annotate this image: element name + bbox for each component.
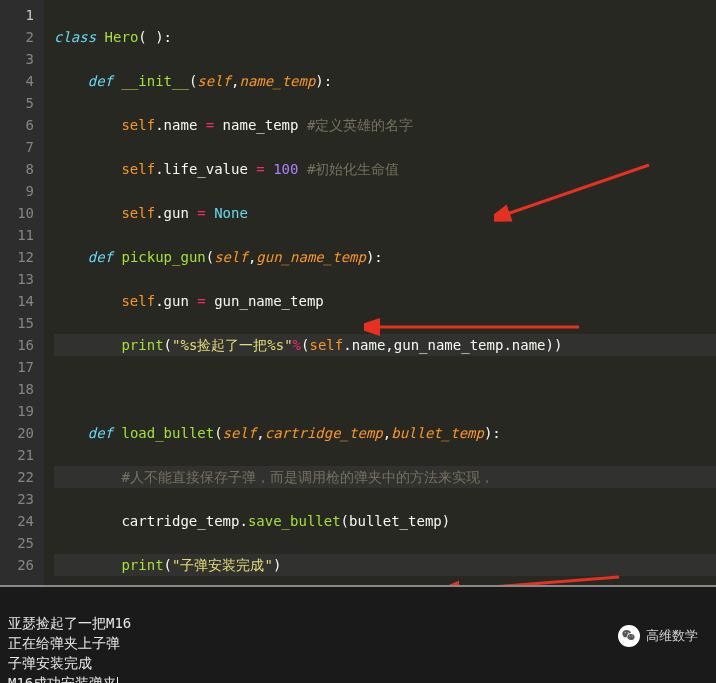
code-line: cartridge_temp.save_bullet(bullet_temp) <box>54 510 716 532</box>
code-line: self.gun = gun_name_temp <box>54 290 716 312</box>
console-line: 正在给弹夹上子弹 <box>8 635 120 651</box>
line-number: 2 <box>6 26 34 48</box>
line-number: 16 <box>6 334 34 356</box>
svg-line-2 <box>454 577 619 585</box>
wechat-icon <box>618 625 640 647</box>
watermark: 高维数学 <box>618 625 698 647</box>
line-number: 15 <box>6 312 34 334</box>
code-line: print("%s捡起了一把%s"%(self.name,gun_name_te… <box>54 334 716 356</box>
line-number: 7 <box>6 136 34 158</box>
line-number: 19 <box>6 400 34 422</box>
line-number: 14 <box>6 290 34 312</box>
line-number: 21 <box>6 444 34 466</box>
code-line: self.gun = None <box>54 202 716 224</box>
code-line: def __init__(self,name_temp): <box>54 70 716 92</box>
line-number: 6 <box>6 114 34 136</box>
line-number: 18 <box>6 378 34 400</box>
line-number: 23 <box>6 488 34 510</box>
line-number: 1 <box>6 4 34 26</box>
text-cursor <box>117 677 118 684</box>
console-line: 亚瑟捡起了一把M16 <box>8 615 131 631</box>
line-number: 12 <box>6 246 34 268</box>
line-number: 26 <box>6 554 34 576</box>
console-line: 子弹安装完成 <box>8 655 92 671</box>
output-console: 亚瑟捡起了一把M16 正在给弹夹上子弹 子弹安装完成 M16成功安装弹夹 <box>0 585 716 683</box>
code-line: class Hero( ): <box>54 26 716 48</box>
code-line <box>54 378 716 400</box>
code-line: self.name = name_temp #定义英雄的名字 <box>54 114 716 136</box>
console-line: M16成功安装弹夹 <box>8 675 117 683</box>
code-line: self.life_value = 100 #初始化生命值 <box>54 158 716 180</box>
code-line: def load_bullet(self,cartridge_temp,bull… <box>54 422 716 444</box>
watermark-text: 高维数学 <box>646 627 698 645</box>
code-line: #人不能直接保存子弹，而是调用枪的弹夹中的方法来实现， <box>54 466 716 488</box>
line-number: 8 <box>6 158 34 180</box>
line-number: 24 <box>6 510 34 532</box>
line-number: 4 <box>6 70 34 92</box>
line-number: 20 <box>6 422 34 444</box>
line-number: 5 <box>6 92 34 114</box>
line-number: 17 <box>6 356 34 378</box>
code-editor: 1 2 3 4 5 6 7 8 9 10 11 12 13 14 15 16 1… <box>0 0 716 585</box>
line-number: 25 <box>6 532 34 554</box>
line-number: 9 <box>6 180 34 202</box>
line-number: 3 <box>6 48 34 70</box>
line-number: 22 <box>6 466 34 488</box>
line-number-gutter: 1 2 3 4 5 6 7 8 9 10 11 12 13 14 15 16 1… <box>0 0 44 585</box>
line-number: 11 <box>6 224 34 246</box>
code-line: print("子弹安装完成") <box>54 554 716 576</box>
code-line: def pickup_gun(self,gun_name_temp): <box>54 246 716 268</box>
code-area[interactable]: class Hero( ): def __init__(self,name_te… <box>44 0 716 585</box>
line-number: 13 <box>6 268 34 290</box>
line-number: 10 <box>6 202 34 224</box>
